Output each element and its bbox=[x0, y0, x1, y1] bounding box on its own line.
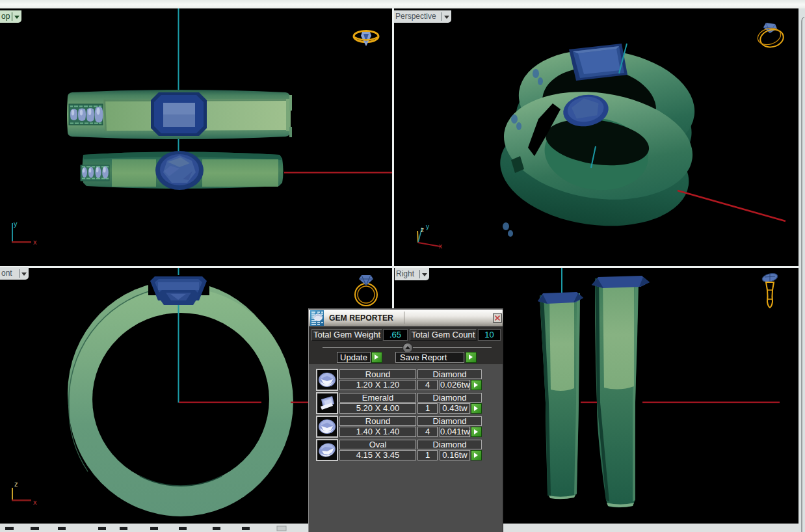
svg-text:x: x bbox=[33, 238, 37, 246]
svg-text:x: x bbox=[439, 243, 442, 250]
svg-text:x: x bbox=[33, 498, 37, 506]
svg-text:y: y bbox=[14, 220, 18, 228]
svg-text:z: z bbox=[421, 226, 424, 233]
svg-text:z: z bbox=[14, 480, 18, 488]
svg-text:y: y bbox=[426, 223, 429, 230]
